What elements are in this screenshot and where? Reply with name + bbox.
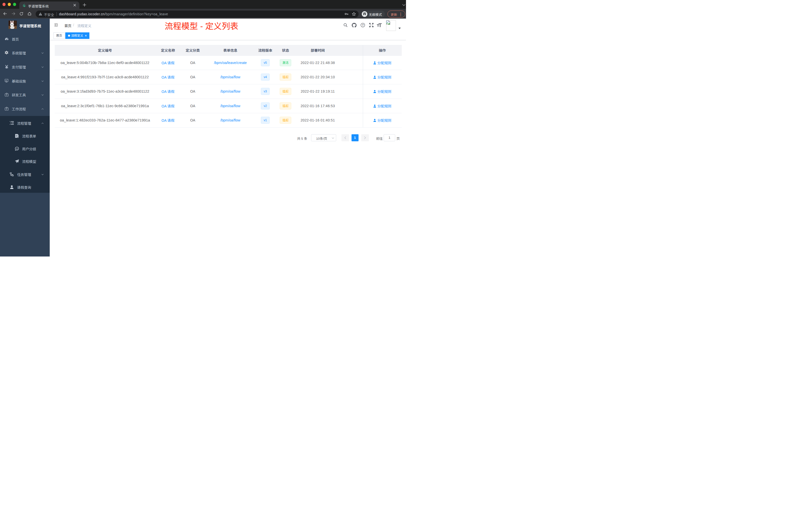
svg-text:?: ? bbox=[362, 24, 364, 27]
